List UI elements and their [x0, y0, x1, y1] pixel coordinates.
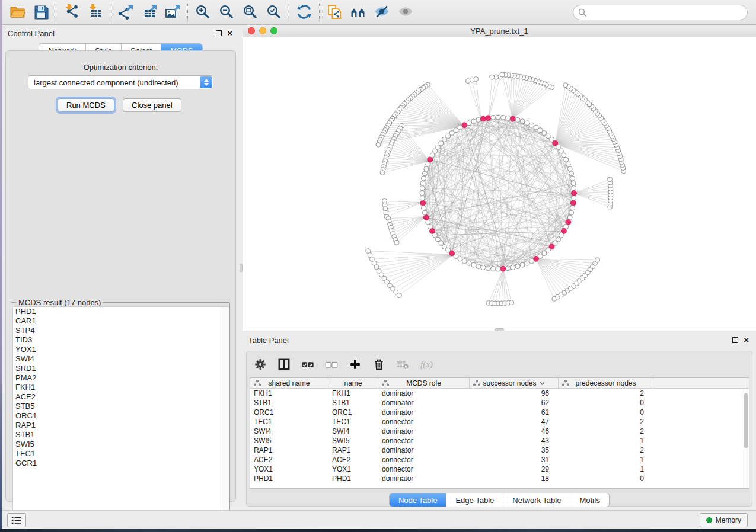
table-panel-header: Table Panel × [243, 333, 756, 347]
optimization-criterion-select[interactable]: largest connected component (undirected) [28, 75, 213, 89]
cell-predecessor-nodes: 0 [559, 408, 653, 417]
network-node [511, 265, 515, 270]
task-history-button[interactable] [7, 513, 26, 527]
float-window-icon[interactable] [216, 30, 222, 36]
mcds-result-item[interactable]: CAR1 [13, 316, 229, 326]
memory-status-icon [706, 517, 712, 523]
table-header-row: shared namenameMCDS rolesuccessor nodesp… [250, 378, 749, 389]
close-panel-icon[interactable]: × [744, 337, 749, 343]
refresh-button[interactable] [292, 2, 316, 23]
column-label: predecessor nodes [575, 379, 636, 387]
mcds-result-item[interactable]: TEC1 [13, 449, 229, 459]
mcds-result-item[interactable]: YOX1 [13, 345, 229, 354]
mcds-result-item[interactable]: PMA2 [13, 373, 229, 383]
network-canvas[interactable] [243, 37, 756, 331]
table-row[interactable]: FKH1FKH1dominator962 [250, 389, 749, 398]
duplicate-network-button[interactable] [323, 2, 346, 23]
hide-selected-eye-button[interactable] [370, 2, 394, 23]
run-mcds-button[interactable]: Run MCDS [58, 98, 114, 112]
tab-network-table[interactable]: Network Table [503, 493, 570, 507]
mcds-result-item[interactable]: TID3 [13, 335, 229, 345]
table-row[interactable]: ACE2ACE2connector311 [250, 455, 749, 464]
show-all-eye-button[interactable] [394, 2, 417, 23]
close-panel-button[interactable]: Close panel [123, 98, 181, 112]
cell-name: SWI5 [328, 436, 378, 446]
mcds-result-list: PHD1CAR1STP4TID3YOX1SWI4SRD1PMA2FKH1ACE2… [12, 306, 229, 521]
cell-MCDS-role: connector [378, 436, 470, 446]
network-node [570, 206, 575, 210]
export-table-icon [141, 4, 157, 20]
network-node [422, 176, 426, 181]
mcds-result-item[interactable]: ACE2 [13, 392, 229, 402]
delete-row-trash-button[interactable] [370, 356, 388, 373]
network-node [569, 210, 574, 215]
column-header-name[interactable]: name [328, 378, 378, 388]
mcds-result-item[interactable]: PHD1 [13, 307, 229, 316]
import-table-button[interactable] [83, 2, 107, 23]
columns-button[interactable] [275, 356, 293, 373]
table-row[interactable]: TEC1TEC1connector472 [250, 417, 749, 427]
zoom-in-button[interactable] [191, 2, 215, 23]
mcds-result-item[interactable]: FKH1 [13, 383, 229, 392]
network-node [515, 264, 520, 269]
cell-name: SWI4 [328, 427, 378, 436]
mcds-result-item[interactable]: RAP1 [13, 421, 229, 430]
main-toolbar [2, 0, 756, 25]
table-tabs: Node TableEdge TableNetwork TableMotifs [247, 493, 752, 507]
close-panel-icon[interactable]: × [227, 30, 232, 36]
mcds-result-item[interactable]: SRD1 [13, 364, 229, 373]
float-window-icon[interactable] [732, 337, 738, 343]
mcds-result-item[interactable]: SWI4 [13, 354, 229, 364]
mcds-result-item[interactable]: STB1 [13, 430, 229, 440]
export-image-button[interactable] [161, 2, 184, 23]
column-header-MCDS-role[interactable]: MCDS role [378, 378, 470, 388]
table-row[interactable]: SWI5SWI5connector431 [250, 436, 749, 446]
table-row[interactable]: ORC1ORC1dominator610 [250, 408, 749, 417]
search-input[interactable] [573, 5, 748, 20]
mcds-hub-node [462, 123, 467, 128]
refresh-icon [296, 4, 312, 20]
cell-name: ACE2 [328, 455, 378, 464]
open-folder-button[interactable] [5, 2, 29, 23]
table-row[interactable]: RAP1RAP1dominator352 [250, 446, 749, 455]
add-row-plus-button[interactable] [346, 356, 364, 373]
memory-button[interactable]: Memory [700, 513, 748, 527]
table-row[interactable]: PHD1PHD1dominator180 [250, 474, 749, 483]
select-all-checkboxes-button[interactable] [299, 356, 317, 373]
network-node [529, 123, 534, 127]
toolbar-separator [187, 4, 188, 21]
save-button[interactable] [29, 2, 53, 23]
mcds-list-scrollbar[interactable] [222, 307, 229, 521]
cell-successor-nodes: 61 [470, 408, 559, 417]
tab-node-table[interactable]: Node Table [390, 493, 447, 507]
table-row[interactable]: STB1STB1dominator620 [250, 398, 749, 408]
clear-selection-checkboxes-button[interactable] [323, 356, 340, 373]
binoculars-button[interactable] [346, 2, 370, 23]
zoom-fit-icon [243, 4, 259, 20]
network-node [420, 186, 425, 191]
network-node [439, 241, 444, 245]
export-network-button[interactable] [113, 2, 137, 23]
column-header-predecessor-nodes[interactable]: predecessor nodes [559, 378, 653, 388]
table-scrollbar[interactable] [742, 390, 748, 488]
table-scrollbar-thumb[interactable] [744, 393, 748, 448]
mcds-result-item[interactable]: STP4 [13, 326, 229, 335]
zoom-selected-button[interactable] [262, 2, 286, 23]
tab-edge-table[interactable]: Edge Table [446, 493, 503, 507]
mcds-result-item[interactable]: GCR1 [13, 459, 229, 468]
column-header-successor-nodes[interactable]: successor nodes [470, 378, 559, 388]
mcds-result-item[interactable]: SWI5 [13, 440, 229, 449]
toolbar-separator [110, 4, 110, 21]
control-panel: Control Panel × NetworkStyleSelectMCDS O… [2, 25, 240, 510]
import-network-button[interactable] [59, 2, 83, 23]
mcds-result-item[interactable]: ORC1 [13, 411, 229, 421]
table-row[interactable]: YOX1YOX1connector291 [250, 464, 749, 474]
column-header-shared-name[interactable]: shared name [250, 378, 328, 388]
gear-button[interactable] [251, 356, 269, 373]
export-table-button[interactable] [137, 2, 161, 23]
mcds-result-item[interactable]: STB5 [13, 402, 229, 411]
zoom-out-button[interactable] [215, 2, 238, 23]
tab-motifs[interactable]: Motifs [570, 493, 609, 507]
zoom-fit-button[interactable] [238, 2, 262, 23]
table-row[interactable]: SWI4SWI4dominator462 [250, 427, 749, 436]
